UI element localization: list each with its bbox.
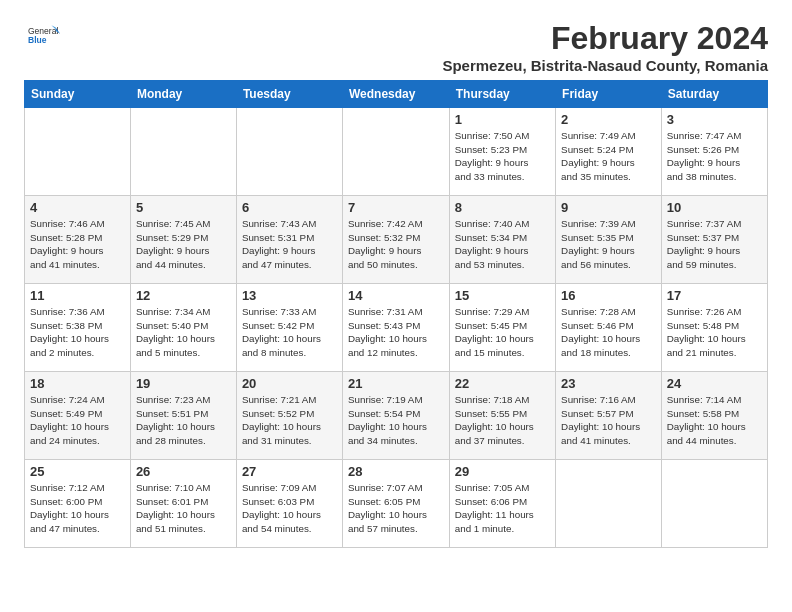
day-number: 13 [242,288,337,303]
day-info: Sunrise: 7:18 AM Sunset: 5:55 PM Dayligh… [455,393,550,448]
day-info: Sunrise: 7:46 AM Sunset: 5:28 PM Dayligh… [30,217,125,272]
calendar-row-1: 1Sunrise: 7:50 AM Sunset: 5:23 PM Daylig… [25,108,768,196]
main-title: February 2024 [442,20,768,57]
day-number: 25 [30,464,125,479]
weekday-header-sunday: Sunday [25,81,131,108]
day-info: Sunrise: 7:33 AM Sunset: 5:42 PM Dayligh… [242,305,337,360]
day-info: Sunrise: 7:07 AM Sunset: 6:05 PM Dayligh… [348,481,444,536]
calendar-cell [236,108,342,196]
calendar-row-5: 25Sunrise: 7:12 AM Sunset: 6:00 PM Dayli… [25,460,768,548]
day-info: Sunrise: 7:21 AM Sunset: 5:52 PM Dayligh… [242,393,337,448]
calendar-cell: 10Sunrise: 7:37 AM Sunset: 5:37 PM Dayli… [661,196,767,284]
day-info: Sunrise: 7:23 AM Sunset: 5:51 PM Dayligh… [136,393,231,448]
day-number: 15 [455,288,550,303]
calendar-cell [342,108,449,196]
day-info: Sunrise: 7:43 AM Sunset: 5:31 PM Dayligh… [242,217,337,272]
calendar-cell: 23Sunrise: 7:16 AM Sunset: 5:57 PM Dayli… [556,372,662,460]
day-number: 10 [667,200,762,215]
weekday-header-row: SundayMondayTuesdayWednesdayThursdayFrid… [25,81,768,108]
calendar-cell: 17Sunrise: 7:26 AM Sunset: 5:48 PM Dayli… [661,284,767,372]
day-number: 27 [242,464,337,479]
calendar-cell: 4Sunrise: 7:46 AM Sunset: 5:28 PM Daylig… [25,196,131,284]
day-info: Sunrise: 7:45 AM Sunset: 5:29 PM Dayligh… [136,217,231,272]
day-number: 24 [667,376,762,391]
weekday-header-tuesday: Tuesday [236,81,342,108]
day-number: 6 [242,200,337,215]
day-number: 2 [561,112,656,127]
day-info: Sunrise: 7:47 AM Sunset: 5:26 PM Dayligh… [667,129,762,184]
calendar-cell: 29Sunrise: 7:05 AM Sunset: 6:06 PM Dayli… [449,460,555,548]
day-info: Sunrise: 7:12 AM Sunset: 6:00 PM Dayligh… [30,481,125,536]
calendar-cell: 8Sunrise: 7:40 AM Sunset: 5:34 PM Daylig… [449,196,555,284]
title-block: February 2024 Spermezeu, Bistrita-Nasaud… [442,20,768,74]
calendar-cell: 21Sunrise: 7:19 AM Sunset: 5:54 PM Dayli… [342,372,449,460]
day-info: Sunrise: 7:09 AM Sunset: 6:03 PM Dayligh… [242,481,337,536]
calendar-cell: 11Sunrise: 7:36 AM Sunset: 5:38 PM Dayli… [25,284,131,372]
day-info: Sunrise: 7:16 AM Sunset: 5:57 PM Dayligh… [561,393,656,448]
calendar-cell [130,108,236,196]
calendar-cell: 2Sunrise: 7:49 AM Sunset: 5:24 PM Daylig… [556,108,662,196]
calendar-cell: 12Sunrise: 7:34 AM Sunset: 5:40 PM Dayli… [130,284,236,372]
calendar-cell: 19Sunrise: 7:23 AM Sunset: 5:51 PM Dayli… [130,372,236,460]
calendar-cell: 9Sunrise: 7:39 AM Sunset: 5:35 PM Daylig… [556,196,662,284]
weekday-header-monday: Monday [130,81,236,108]
calendar-cell: 6Sunrise: 7:43 AM Sunset: 5:31 PM Daylig… [236,196,342,284]
day-info: Sunrise: 7:36 AM Sunset: 5:38 PM Dayligh… [30,305,125,360]
day-number: 21 [348,376,444,391]
calendar-cell [25,108,131,196]
calendar-cell: 20Sunrise: 7:21 AM Sunset: 5:52 PM Dayli… [236,372,342,460]
day-info: Sunrise: 7:34 AM Sunset: 5:40 PM Dayligh… [136,305,231,360]
calendar-cell [556,460,662,548]
calendar-cell: 28Sunrise: 7:07 AM Sunset: 6:05 PM Dayli… [342,460,449,548]
day-number: 22 [455,376,550,391]
calendar-cell [661,460,767,548]
weekday-header-thursday: Thursday [449,81,555,108]
day-number: 3 [667,112,762,127]
day-number: 9 [561,200,656,215]
weekday-header-wednesday: Wednesday [342,81,449,108]
logo-icon: General Blue [28,20,60,52]
calendar-cell: 16Sunrise: 7:28 AM Sunset: 5:46 PM Dayli… [556,284,662,372]
calendar-cell: 18Sunrise: 7:24 AM Sunset: 5:49 PM Dayli… [25,372,131,460]
day-info: Sunrise: 7:42 AM Sunset: 5:32 PM Dayligh… [348,217,444,272]
day-number: 18 [30,376,125,391]
day-number: 16 [561,288,656,303]
calendar-cell: 24Sunrise: 7:14 AM Sunset: 5:58 PM Dayli… [661,372,767,460]
day-number: 4 [30,200,125,215]
calendar-cell: 1Sunrise: 7:50 AM Sunset: 5:23 PM Daylig… [449,108,555,196]
day-number: 20 [242,376,337,391]
day-info: Sunrise: 7:31 AM Sunset: 5:43 PM Dayligh… [348,305,444,360]
day-number: 17 [667,288,762,303]
day-number: 14 [348,288,444,303]
calendar-cell: 5Sunrise: 7:45 AM Sunset: 5:29 PM Daylig… [130,196,236,284]
calendar-cell: 26Sunrise: 7:10 AM Sunset: 6:01 PM Dayli… [130,460,236,548]
day-number: 23 [561,376,656,391]
calendar-row-4: 18Sunrise: 7:24 AM Sunset: 5:49 PM Dayli… [25,372,768,460]
day-number: 28 [348,464,444,479]
day-info: Sunrise: 7:49 AM Sunset: 5:24 PM Dayligh… [561,129,656,184]
svg-text:Blue: Blue [28,35,47,45]
calendar-row-2: 4Sunrise: 7:46 AM Sunset: 5:28 PM Daylig… [25,196,768,284]
calendar-cell: 13Sunrise: 7:33 AM Sunset: 5:42 PM Dayli… [236,284,342,372]
weekday-header-saturday: Saturday [661,81,767,108]
day-info: Sunrise: 7:29 AM Sunset: 5:45 PM Dayligh… [455,305,550,360]
day-info: Sunrise: 7:50 AM Sunset: 5:23 PM Dayligh… [455,129,550,184]
day-info: Sunrise: 7:26 AM Sunset: 5:48 PM Dayligh… [667,305,762,360]
day-info: Sunrise: 7:19 AM Sunset: 5:54 PM Dayligh… [348,393,444,448]
day-info: Sunrise: 7:37 AM Sunset: 5:37 PM Dayligh… [667,217,762,272]
day-number: 12 [136,288,231,303]
calendar-cell: 22Sunrise: 7:18 AM Sunset: 5:55 PM Dayli… [449,372,555,460]
calendar-cell: 27Sunrise: 7:09 AM Sunset: 6:03 PM Dayli… [236,460,342,548]
calendar-cell: 14Sunrise: 7:31 AM Sunset: 5:43 PM Dayli… [342,284,449,372]
day-number: 11 [30,288,125,303]
day-number: 1 [455,112,550,127]
day-number: 19 [136,376,231,391]
subtitle: Spermezeu, Bistrita-Nasaud County, Roman… [442,57,768,74]
day-number: 5 [136,200,231,215]
day-info: Sunrise: 7:40 AM Sunset: 5:34 PM Dayligh… [455,217,550,272]
logo: General Blue [24,20,60,56]
day-number: 26 [136,464,231,479]
day-number: 8 [455,200,550,215]
calendar: SundayMondayTuesdayWednesdayThursdayFrid… [24,80,768,548]
calendar-cell: 7Sunrise: 7:42 AM Sunset: 5:32 PM Daylig… [342,196,449,284]
